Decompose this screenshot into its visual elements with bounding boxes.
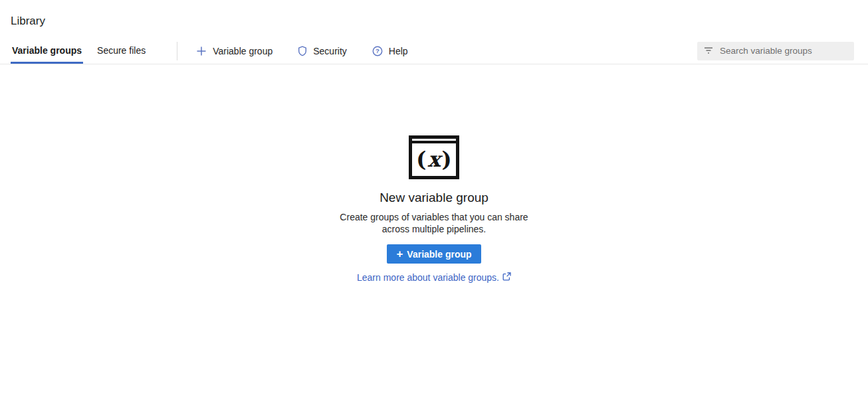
svg-text:?: ? [376,47,380,54]
tab-command-bar: Variable groups Secure files Variable gr… [0,38,868,64]
variable-x: x [426,149,441,170]
page-header: Library [0,0,868,28]
tab-secure-files[interactable]: Secure files [96,39,147,64]
plus-icon [196,46,207,56]
variable-groups-empty-state: ( x ) New variable group Create groups o… [0,135,868,283]
add-variable-group-button[interactable]: Variable group [196,46,272,56]
help-icon: ? [372,46,383,56]
paren-open: ( [416,149,426,170]
empty-state-heading: New variable group [380,191,488,205]
shield-icon [298,46,307,56]
tab-variable-groups[interactable]: Variable groups [11,39,83,64]
toolbar-button-label: Variable group [213,46,272,56]
variable-group-icon: ( x ) [409,135,459,179]
search-box[interactable] [697,42,854,60]
search-input[interactable] [720,46,847,56]
variable-group-icon-glyph: ( x ) [412,143,456,176]
empty-state-description: Create groups of variables that you can … [330,212,538,235]
toolbar-button-label: Security [313,46,347,56]
tab-label: Secure files [97,45,146,56]
learn-more-link[interactable]: Learn more about variable groups. [357,272,511,283]
filter-icon [704,45,713,57]
plus-icon: + [396,248,403,260]
security-button[interactable]: Security [298,46,347,56]
page-title: Library [11,15,868,28]
external-link-icon [502,272,511,283]
create-variable-group-button[interactable]: + Variable group [387,244,481,264]
variable-group-icon-titlebar [412,139,456,143]
tab-label: Variable groups [12,45,82,56]
create-variable-group-button-label: Variable group [407,249,471,260]
paren-close: ) [442,149,452,170]
toolbar-button-label: Help [389,46,408,56]
toolbar-divider [177,42,177,60]
learn-more-link-label: Learn more about variable groups. [357,272,499,283]
help-button[interactable]: ? Help [372,46,408,56]
